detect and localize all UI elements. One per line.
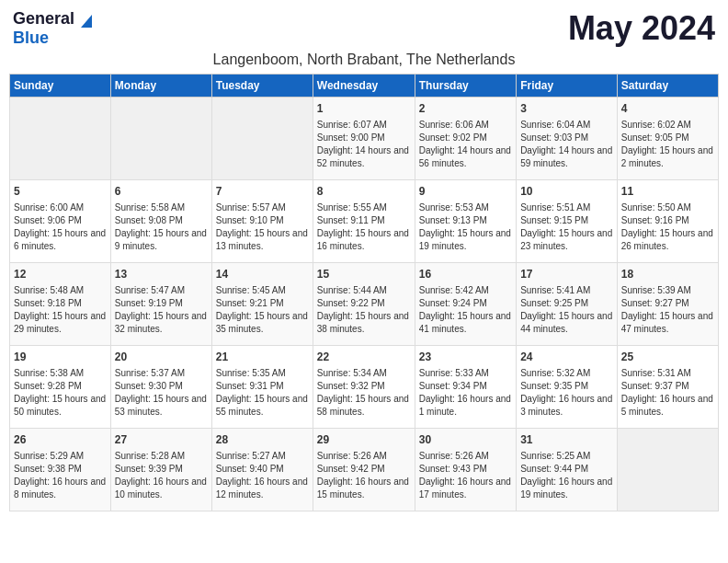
day-info: Sunrise: 5:29 AM Sunset: 9:38 PM Dayligh… (14, 450, 107, 501)
day-number: 22 (317, 350, 411, 365)
day-info: Sunrise: 5:38 AM Sunset: 9:28 PM Dayligh… (14, 367, 107, 419)
day-info: Sunrise: 6:06 AM Sunset: 9:02 PM Dayligh… (419, 119, 512, 170)
day-number: 26 (14, 432, 107, 448)
calendar-cell: 9Sunrise: 5:53 AM Sunset: 9:13 PM Daylig… (415, 180, 516, 263)
calendar-cell: 14Sunrise: 5:45 AM Sunset: 9:21 PM Dayli… (211, 263, 313, 346)
calendar-cell: 2Sunrise: 6:06 AM Sunset: 9:02 PM Daylig… (415, 98, 516, 180)
weekday-header-thursday: Thursday (415, 75, 516, 98)
location-subtitle: Langenboom, North Brabant, The Netherlan… (9, 52, 719, 68)
day-info: Sunrise: 5:25 AM Sunset: 9:44 PM Dayligh… (520, 450, 613, 501)
day-info: Sunrise: 5:42 AM Sunset: 9:24 PM Dayligh… (419, 284, 512, 336)
day-info: Sunrise: 5:57 AM Sunset: 9:10 PM Dayligh… (216, 201, 309, 253)
day-info: Sunrise: 5:50 AM Sunset: 9:16 PM Dayligh… (621, 201, 714, 253)
calendar-cell: 8Sunrise: 5:55 AM Sunset: 9:11 PM Daylig… (313, 180, 415, 263)
calendar-week-row: 12Sunrise: 5:48 AM Sunset: 9:18 PM Dayli… (10, 263, 719, 346)
day-info: Sunrise: 5:35 AM Sunset: 9:31 PM Dayligh… (216, 367, 309, 419)
weekday-header-monday: Monday (110, 75, 211, 98)
calendar-week-row: 19Sunrise: 5:38 AM Sunset: 9:28 PM Dayli… (10, 346, 719, 429)
calendar-cell: 24Sunrise: 5:32 AM Sunset: 9:35 PM Dayli… (517, 346, 618, 429)
day-number: 4 (621, 101, 714, 117)
day-info: Sunrise: 5:31 AM Sunset: 9:37 PM Dayligh… (621, 367, 714, 419)
day-info: Sunrise: 5:53 AM Sunset: 9:13 PM Dayligh… (419, 201, 512, 253)
day-info: Sunrise: 5:47 AM Sunset: 9:19 PM Dayligh… (115, 284, 208, 336)
day-info: Sunrise: 5:27 AM Sunset: 9:40 PM Dayligh… (216, 450, 309, 501)
day-info: Sunrise: 5:58 AM Sunset: 9:08 PM Dayligh… (115, 201, 208, 253)
day-info: Sunrise: 5:44 AM Sunset: 9:22 PM Dayligh… (317, 284, 411, 336)
calendar-cell (617, 429, 718, 511)
day-number: 31 (520, 432, 613, 448)
day-number: 30 (419, 432, 512, 448)
calendar-cell: 31Sunrise: 5:25 AM Sunset: 9:44 PM Dayli… (517, 429, 618, 511)
day-info: Sunrise: 5:34 AM Sunset: 9:32 PM Dayligh… (317, 367, 411, 419)
page-header: General Blue May 2024 (9, 9, 719, 48)
day-info: Sunrise: 5:37 AM Sunset: 9:30 PM Dayligh… (115, 367, 208, 419)
day-info: Sunrise: 5:26 AM Sunset: 9:43 PM Dayligh… (419, 450, 512, 501)
calendar-cell (110, 98, 211, 180)
day-number: 23 (419, 350, 512, 365)
day-number: 29 (317, 432, 411, 448)
logo-general-text: General (13, 9, 74, 29)
day-number: 21 (216, 350, 309, 365)
calendar-cell: 17Sunrise: 5:41 AM Sunset: 9:25 PM Dayli… (517, 263, 618, 346)
day-info: Sunrise: 5:45 AM Sunset: 9:21 PM Dayligh… (216, 284, 309, 336)
day-info: Sunrise: 5:26 AM Sunset: 9:42 PM Dayligh… (317, 450, 411, 501)
day-number: 5 (14, 184, 107, 200)
weekday-header-wednesday: Wednesday (313, 75, 415, 98)
day-number: 13 (115, 267, 208, 282)
day-number: 1 (317, 101, 411, 117)
day-info: Sunrise: 5:41 AM Sunset: 9:25 PM Dayligh… (520, 284, 613, 336)
day-number: 25 (621, 350, 714, 365)
calendar-cell: 10Sunrise: 5:51 AM Sunset: 9:15 PM Dayli… (517, 180, 618, 263)
calendar-cell: 7Sunrise: 5:57 AM Sunset: 9:10 PM Daylig… (211, 180, 313, 263)
weekday-header-saturday: Saturday (617, 75, 718, 98)
calendar-cell: 29Sunrise: 5:26 AM Sunset: 9:42 PM Dayli… (313, 429, 415, 511)
day-info: Sunrise: 5:48 AM Sunset: 9:18 PM Dayligh… (14, 284, 107, 336)
svg-marker-0 (81, 15, 92, 28)
day-number: 12 (14, 267, 107, 282)
day-info: Sunrise: 5:51 AM Sunset: 9:15 PM Dayligh… (520, 201, 613, 253)
day-info: Sunrise: 5:33 AM Sunset: 9:34 PM Dayligh… (419, 367, 512, 419)
calendar-cell (211, 98, 313, 180)
day-info: Sunrise: 5:28 AM Sunset: 9:39 PM Dayligh… (115, 450, 208, 501)
day-number: 18 (621, 267, 714, 282)
day-info: Sunrise: 5:55 AM Sunset: 9:11 PM Dayligh… (317, 201, 411, 253)
logo-blue-text: Blue (13, 29, 49, 48)
day-number: 11 (621, 184, 714, 200)
calendar-cell: 6Sunrise: 5:58 AM Sunset: 9:08 PM Daylig… (110, 180, 211, 263)
day-info: Sunrise: 6:07 AM Sunset: 9:00 PM Dayligh… (317, 119, 411, 170)
weekday-header-sunday: Sunday (10, 75, 111, 98)
day-info: Sunrise: 5:32 AM Sunset: 9:35 PM Dayligh… (520, 367, 613, 419)
calendar-week-row: 26Sunrise: 5:29 AM Sunset: 9:38 PM Dayli… (10, 429, 719, 511)
weekday-header-friday: Friday (517, 75, 618, 98)
day-number: 6 (115, 184, 208, 200)
calendar-cell: 27Sunrise: 5:28 AM Sunset: 9:39 PM Dayli… (110, 429, 211, 511)
calendar-cell: 16Sunrise: 5:42 AM Sunset: 9:24 PM Dayli… (415, 263, 516, 346)
day-number: 24 (520, 350, 613, 365)
day-number: 19 (14, 350, 107, 365)
calendar-header-row: SundayMondayTuesdayWednesdayThursdayFrid… (10, 75, 719, 98)
day-info: Sunrise: 6:00 AM Sunset: 9:06 PM Dayligh… (14, 201, 107, 253)
day-number: 2 (419, 101, 512, 117)
calendar-cell: 19Sunrise: 5:38 AM Sunset: 9:28 PM Dayli… (10, 346, 111, 429)
calendar-week-row: 5Sunrise: 6:00 AM Sunset: 9:06 PM Daylig… (10, 180, 719, 263)
calendar-body: 1Sunrise: 6:07 AM Sunset: 9:00 PM Daylig… (10, 98, 719, 511)
day-number: 7 (216, 184, 309, 200)
calendar-week-row: 1Sunrise: 6:07 AM Sunset: 9:00 PM Daylig… (10, 98, 719, 180)
calendar-cell: 22Sunrise: 5:34 AM Sunset: 9:32 PM Dayli… (313, 346, 415, 429)
calendar-cell: 28Sunrise: 5:27 AM Sunset: 9:40 PM Dayli… (211, 429, 313, 511)
calendar-cell: 5Sunrise: 6:00 AM Sunset: 9:06 PM Daylig… (10, 180, 111, 263)
day-number: 16 (419, 267, 512, 282)
calendar-cell: 18Sunrise: 5:39 AM Sunset: 9:27 PM Dayli… (617, 263, 718, 346)
day-info: Sunrise: 6:04 AM Sunset: 9:03 PM Dayligh… (520, 119, 613, 170)
day-number: 17 (520, 267, 613, 282)
logo: General Blue (13, 9, 92, 48)
day-number: 9 (419, 184, 512, 200)
day-info: Sunrise: 6:02 AM Sunset: 9:05 PM Dayligh… (621, 119, 714, 170)
day-number: 14 (216, 267, 309, 282)
day-number: 28 (216, 432, 309, 448)
weekday-header-tuesday: Tuesday (211, 75, 313, 98)
day-number: 3 (520, 101, 613, 117)
calendar-table: SundayMondayTuesdayWednesdayThursdayFrid… (9, 74, 719, 511)
logo-icon (75, 11, 92, 28)
day-info: Sunrise: 5:39 AM Sunset: 9:27 PM Dayligh… (621, 284, 714, 336)
